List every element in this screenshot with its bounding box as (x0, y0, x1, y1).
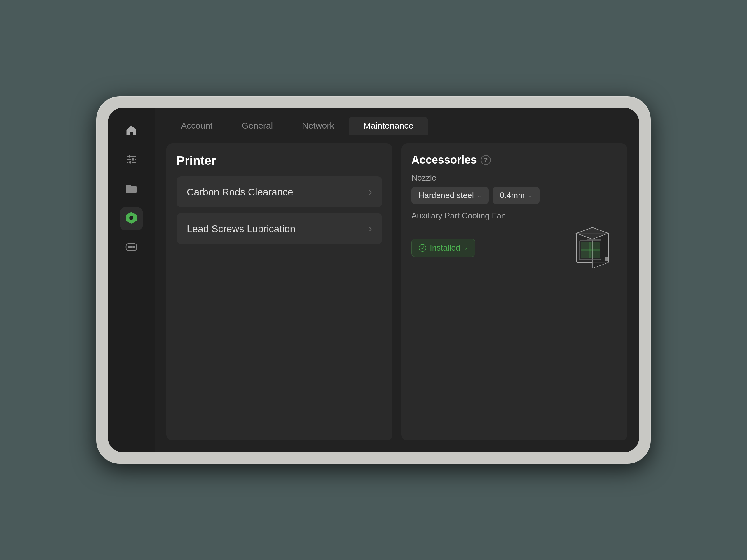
main-content: Account General Network Maintenance Prin… (155, 108, 639, 452)
carbon-rods-label: Carbon Rods Clearance (187, 186, 293, 198)
nozzle-material-select[interactable]: Hardened steel ⌄ (411, 187, 489, 204)
sidebar (108, 108, 155, 452)
nozzle-size-select[interactable]: 0.4mm ⌄ (493, 187, 540, 204)
sidebar-item-messages[interactable] (120, 236, 143, 260)
nozzle-material-label: Hardened steel (418, 191, 474, 200)
tab-account[interactable]: Account (166, 117, 227, 135)
folder-icon (125, 182, 138, 197)
installed-button[interactable]: ✓ Installed ⌄ (411, 239, 475, 257)
device-outer: Account General Network Maintenance Prin… (96, 96, 651, 464)
svg-point-9 (132, 246, 135, 248)
cooling-fan-group: Auxiliary Part Cooling Fan ✓ Installed ⌄ (411, 211, 617, 271)
nozzle-size-arrow: ⌄ (527, 192, 533, 199)
chevron-right-icon: › (368, 186, 372, 198)
cooling-fan-label: Auxiliary Part Cooling Fan (411, 211, 617, 220)
svg-rect-16 (605, 257, 609, 261)
help-icon[interactable]: ? (481, 155, 491, 165)
tab-general[interactable]: General (227, 117, 287, 135)
device-screen: Account General Network Maintenance Prin… (108, 108, 639, 452)
nozzle-group: Nozzle Hardened steel ⌄ 0.4mm ⌄ (411, 173, 617, 204)
cooling-fan-left: ✓ Installed ⌄ (411, 239, 475, 257)
svg-rect-17 (587, 239, 601, 240)
svg-point-3 (128, 155, 131, 158)
check-mark-icon: ✓ (421, 245, 424, 251)
cooling-fan-row: ✓ Installed ⌄ (411, 224, 617, 271)
sliders-icon (125, 153, 138, 168)
nozzle-material-arrow: ⌄ (477, 192, 482, 199)
installed-arrow: ⌄ (464, 245, 468, 251)
lead-screws-item[interactable]: Lead Screws Lubrication › (177, 213, 382, 244)
chevron-right-icon-2: › (368, 222, 372, 235)
tabs: Account General Network Maintenance (166, 117, 627, 135)
nozzle-controls: Hardened steel ⌄ 0.4mm ⌄ (411, 187, 617, 204)
svg-point-6 (129, 216, 133, 220)
accessories-header: Accessories ? (411, 154, 617, 166)
hexagon-icon (124, 211, 138, 227)
carbon-rods-item[interactable]: Carbon Rods Clearance › (177, 177, 382, 207)
help-label: ? (484, 156, 488, 164)
sidebar-item-settings[interactable] (120, 149, 143, 172)
sidebar-item-files[interactable] (120, 178, 143, 201)
home-icon (125, 124, 138, 138)
installed-label: Installed (430, 243, 460, 252)
sidebar-item-maintenance[interactable] (120, 207, 143, 231)
nozzle-size-label: 0.4mm (500, 191, 525, 200)
svg-point-4 (132, 158, 134, 161)
tab-network[interactable]: Network (287, 117, 349, 135)
printer-title: Printer (177, 154, 382, 168)
messages-icon (125, 241, 138, 255)
accessories-section: Accessories ? Nozzle Hardened steel ⌄ (401, 143, 627, 441)
content-area: Printer Carbon Rods Clearance › Lead Scr… (166, 143, 627, 441)
accessories-title: Accessories (411, 154, 477, 166)
lead-screws-label: Lead Screws Lubrication (187, 223, 295, 235)
sidebar-item-home[interactable] (120, 119, 143, 143)
svg-point-8 (130, 246, 132, 248)
svg-point-7 (128, 246, 130, 248)
printer-section: Printer Carbon Rods Clearance › Lead Scr… (166, 143, 392, 441)
svg-point-5 (129, 161, 132, 164)
printer-illustration (570, 224, 617, 271)
check-circle-icon: ✓ (419, 244, 426, 252)
tab-maintenance[interactable]: Maintenance (349, 117, 428, 135)
nozzle-label: Nozzle (411, 173, 617, 183)
